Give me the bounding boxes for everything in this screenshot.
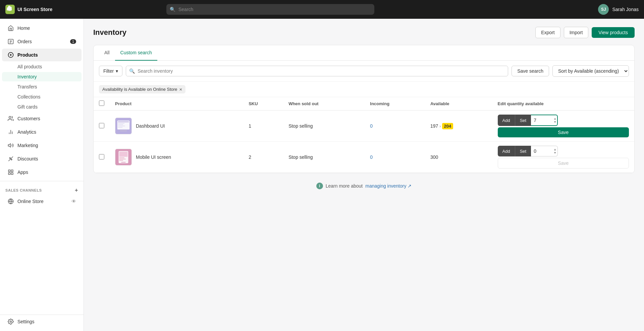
row1-set-button[interactable]: Set [515, 115, 531, 126]
svg-rect-34 [119, 157, 124, 158]
select-all-checkbox[interactable] [99, 101, 104, 106]
customers-icon [7, 115, 14, 122]
svg-rect-37 [121, 162, 125, 162]
online-store-icon [7, 198, 14, 205]
sidebar-item-customers[interactable]: Customers [2, 112, 82, 125]
sidebar-label-apps: Apps [17, 170, 28, 175]
page-title: Inventory [93, 28, 126, 37]
managing-inventory-link[interactable]: managing inventory ↗ [365, 183, 412, 189]
row1-qty-spinners: ▲ ▼ [553, 117, 556, 124]
sidebar-item-apps[interactable]: Apps [2, 166, 82, 179]
row1-spinner-down-icon[interactable]: ▼ [553, 121, 556, 124]
sidebar-item-products[interactable]: Products [2, 49, 82, 61]
sidebar-item-orders[interactable]: Orders 1 [2, 35, 82, 48]
row2-sku: 2 [243, 142, 283, 173]
user-area[interactable]: SJ Sarah Jonas [598, 4, 639, 15]
row1-spinner-up-icon[interactable]: ▲ [553, 117, 556, 120]
table-row: Dashboard UI 1 Stop selling 0 197 › 204 [94, 111, 634, 142]
sidebar: Home Orders 1 Products All products Inve… [0, 19, 84, 331]
col-product: Product [110, 97, 243, 111]
settings-label: Settings [17, 319, 35, 324]
svg-line-15 [8, 156, 13, 161]
filter-button[interactable]: Filter ▾ [99, 66, 122, 76]
svg-rect-28 [118, 126, 125, 126]
filter-tag-availability: Availability is Available on Online Stor… [99, 85, 185, 93]
svg-rect-26 [118, 123, 124, 124]
sidebar-item-transfers[interactable]: Transfers [2, 82, 82, 91]
save-search-button[interactable]: Save search [512, 66, 549, 76]
marketing-icon [7, 142, 14, 149]
sidebar-bottom: Settings [0, 315, 84, 328]
export-button[interactable]: Export [535, 27, 560, 38]
row2-checkbox-cell [94, 142, 110, 173]
svg-rect-30 [120, 130, 127, 131]
discounts-icon [7, 155, 14, 162]
toolbar: Filter ▾ 🔍 Save search Sort by Available… [94, 61, 634, 82]
row2-available: 300 [425, 142, 492, 173]
row1-product-thumb [115, 118, 132, 134]
settings-icon [7, 318, 14, 325]
inventory-card: All Custom search Filter ▾ 🔍 Save search [93, 45, 635, 173]
sidebar-item-gift-cards[interactable]: Gift cards [2, 102, 82, 112]
col-edit-qty: Edit quantity available [492, 97, 634, 111]
row2-spinner-down-icon[interactable]: ▼ [553, 151, 556, 154]
sidebar-item-home[interactable]: Home [2, 22, 82, 35]
col-available: Available [425, 97, 492, 111]
search-inventory-wrap: 🔍 [126, 66, 508, 76]
home-icon [7, 25, 14, 31]
sidebar-label-marketing: Marketing [17, 143, 38, 148]
row1-qty-input-wrap: ▲ ▼ [531, 115, 558, 126]
col-incoming: Incoming [365, 97, 425, 111]
row1-save-button[interactable]: Save [498, 127, 629, 137]
view-products-button[interactable]: View products [592, 27, 635, 38]
sidebar-item-discounts[interactable]: Discounts [2, 152, 82, 165]
sidebar-item-marketing[interactable]: Marketing [2, 139, 82, 152]
sidebar-label-discounts: Discounts [17, 156, 38, 161]
online-store-eye-icon[interactable]: 👁 [71, 199, 76, 204]
row1-incoming: 0 [365, 111, 425, 142]
filter-tag-label: Availability is Available on Online Stor… [102, 87, 177, 92]
filter-label: Filter [103, 68, 114, 74]
row2-thumb-svg [115, 149, 131, 165]
gift-cards-label: Gift cards [17, 104, 38, 110]
row2-qty-top-row: Add Set ▲ ▼ [498, 146, 629, 156]
tab-custom-search[interactable]: Custom search [115, 45, 157, 61]
sidebar-item-online-store[interactable]: Online Store 👁 [2, 195, 82, 208]
add-sales-channel-icon[interactable]: + [75, 187, 78, 193]
sort-select[interactable]: Sort by Available (ascending) [552, 65, 629, 77]
row1-product-name: Dashboard UI [136, 123, 165, 129]
row1-add-button[interactable]: Add [498, 115, 515, 126]
row2-spinner-up-icon[interactable]: ▲ [553, 148, 556, 151]
row2-qty-controls: Add Set ▲ ▼ [498, 146, 629, 169]
sidebar-item-collections[interactable]: Collections [2, 92, 82, 102]
info-text: Learn more about [326, 183, 363, 189]
sidebar-divider [0, 181, 84, 181]
sidebar-item-analytics[interactable]: Analytics [2, 126, 82, 138]
row1-available: 197 › 204 [425, 111, 492, 142]
sidebar-item-settings[interactable]: Settings [2, 315, 82, 328]
row2-checkbox[interactable] [99, 154, 104, 159]
row1-thumb-svg [115, 118, 131, 134]
sidebar-item-inventory[interactable]: Inventory [2, 72, 82, 81]
global-search-input[interactable] [166, 4, 374, 15]
filter-chevron-icon: ▾ [116, 68, 118, 74]
row1-qty-cell: Add Set ▲ ▼ [492, 111, 634, 142]
products-icon [7, 52, 14, 58]
import-button[interactable]: Import [564, 27, 589, 38]
tab-all[interactable]: All [99, 45, 115, 61]
svg-point-22 [10, 321, 12, 323]
table-row: Mobile UI screen 2 Stop selling 0 300 Ad… [94, 142, 634, 173]
row1-checkbox[interactable] [99, 123, 104, 128]
filter-tag-remove-icon[interactable]: × [179, 86, 182, 92]
row2-qty-cell: Add Set ▲ ▼ [492, 142, 634, 173]
row2-product-name: Mobile UI screen [136, 154, 171, 160]
sidebar-item-all-products[interactable]: All products [2, 62, 82, 71]
row2-set-button[interactable]: Set [515, 146, 531, 156]
orders-icon [7, 38, 14, 45]
row2-add-button[interactable]: Add [498, 146, 515, 156]
search-inventory-input[interactable] [126, 66, 508, 76]
svg-point-13 [9, 157, 10, 158]
row1-qty-controls: Add Set ▲ ▼ [498, 115, 629, 137]
col-checkbox [94, 97, 110, 111]
row1-when-sold-out: Stop selling [283, 111, 365, 142]
